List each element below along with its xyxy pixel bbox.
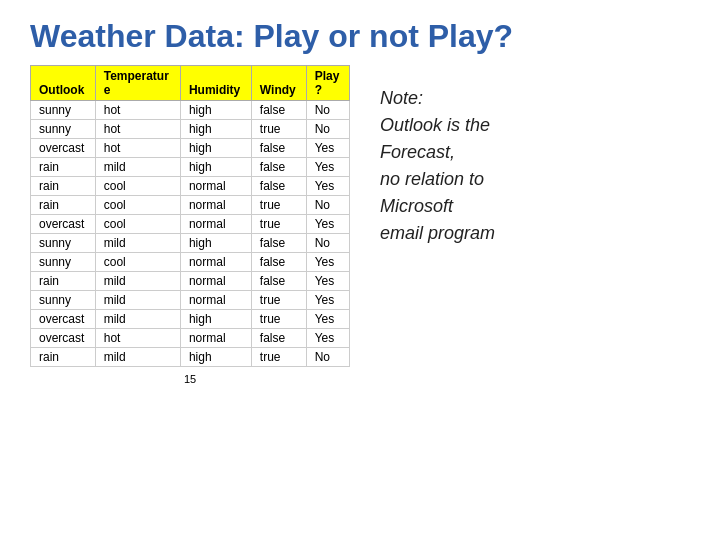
table-row: overcasthothighfalseYes [31, 139, 350, 158]
col-header-temperature: Temperature [95, 66, 180, 101]
table-row: sunnyhothightrueNo [31, 120, 350, 139]
table-row: overcasthotnormalfalseYes [31, 329, 350, 348]
table-row: rainmildhighfalseYes [31, 158, 350, 177]
note-area: Note:Outlook is theForecast,no relation … [380, 65, 690, 385]
table-row: sunnymildnormaltrueYes [31, 291, 350, 310]
col-header-humidity: Humidity [180, 66, 251, 101]
table-row: raincoolnormaltrueNo [31, 196, 350, 215]
data-table: Outlook Temperature Humidity Windy Play?… [30, 65, 350, 385]
table-row: overcastcoolnormaltrueYes [31, 215, 350, 234]
table-row: overcastmildhightrueYes [31, 310, 350, 329]
table-row: sunnymildhighfalseNo [31, 234, 350, 253]
table-row: rainmildnormalfalseYes [31, 272, 350, 291]
table-row: rainmildhightrueNo [31, 348, 350, 367]
col-header-outlook: Outlook [31, 66, 96, 101]
table-row: sunnyhothighfalseNo [31, 101, 350, 120]
col-header-windy: Windy [251, 66, 306, 101]
page-title: Weather Data: Play or not Play? [0, 0, 720, 65]
note-text: Note:Outlook is theForecast,no relation … [380, 85, 690, 247]
col-header-play: Play? [306, 66, 349, 101]
table-row: sunnycoolnormalfalseYes [31, 253, 350, 272]
table-row: raincoolnormalfalseYes [31, 177, 350, 196]
page-number: 15 [30, 373, 350, 385]
